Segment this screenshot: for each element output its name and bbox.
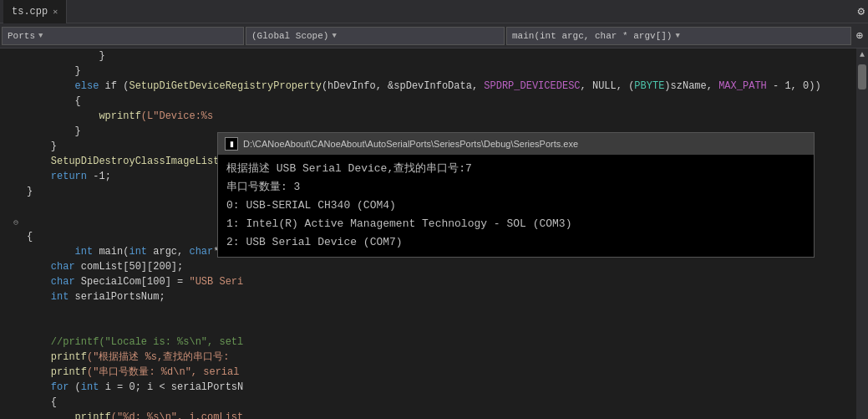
tab-bar: ts.cpp ✕ ⚙ bbox=[0, 0, 868, 23]
func-label: main(int argc, char * argv[]) bbox=[512, 31, 672, 41]
scope-arrow-icon: ▼ bbox=[38, 32, 43, 40]
breakpoint-indicator bbox=[0, 214, 12, 229]
global-arrow-icon: ▼ bbox=[332, 32, 336, 40]
console-line-3: 0: USB-SERIAL CH340 (COM4) bbox=[226, 197, 805, 215]
code-line: else if (SetupDiGetDeviceRegistryPropert… bbox=[27, 79, 868, 94]
line-numbers: ⊖ bbox=[0, 49, 25, 419]
console-content: 根据描述 USB Serial Device,查找的串口号:7 串口号数量: 3… bbox=[218, 155, 814, 257]
console-line-2: 串口号数量: 3 bbox=[226, 178, 805, 197]
code-line: } bbox=[27, 49, 868, 64]
console-line-1: 根据描述 USB Serial Device,查找的串口号:7 bbox=[226, 160, 805, 178]
close-icon[interactable]: ✕ bbox=[53, 7, 58, 17]
code-line: { bbox=[27, 395, 868, 410]
console-line-5: 2: USB Serial Device (COM7) bbox=[226, 233, 805, 252]
code-line bbox=[27, 319, 868, 335]
tab-label: ts.cpp bbox=[12, 6, 48, 18]
console-title: D:\CANoeAbout\CANoeAbout\AutoSerialPorts… bbox=[243, 139, 578, 149]
tab-ts-cpp[interactable]: ts.cpp ✕ bbox=[3, 0, 67, 23]
code-line: printf("%d: %s\n", i,comList bbox=[27, 410, 868, 419]
code-line: char comList[50][200]; bbox=[27, 259, 868, 274]
func-arrow-icon: ▼ bbox=[675, 32, 679, 40]
code-line: printf("根据描述 %s,查找的串口号: bbox=[27, 350, 868, 365]
console-line-4: 1: Intel(R) Active Management Technology… bbox=[226, 215, 805, 233]
scroll-thumb[interactable] bbox=[858, 64, 866, 89]
code-line: for (int i = 0; i < serialPortsN bbox=[27, 380, 868, 395]
console-titlebar: ▮ D:\CANoeAbout\CANoeAbout\AutoSerialPor… bbox=[218, 133, 814, 155]
code-line: } bbox=[27, 64, 868, 79]
gear-icon[interactable]: ⚙ bbox=[858, 4, 865, 18]
scrollbar[interactable]: ▲ bbox=[856, 49, 868, 419]
function-dropdown[interactable]: main(int argc, char * argv[]) ▼ bbox=[506, 27, 851, 45]
main-area: ⊖ } } else if (Set bbox=[0, 49, 868, 419]
console-app-icon: ▮ bbox=[225, 137, 238, 151]
scope-dropdown[interactable]: Ports ▼ bbox=[2, 27, 244, 45]
code-line: int serialPortsNum; bbox=[27, 289, 868, 304]
toolbar: Ports ▼ (Global Scope) ▼ main(int argc, … bbox=[0, 23, 868, 49]
code-line: printf("串口号数量: %d\n", serial bbox=[27, 365, 868, 380]
code-line: //printf("Locale is: %s\n", setl bbox=[27, 335, 868, 350]
scroll-up-arrow[interactable]: ▲ bbox=[860, 49, 865, 61]
top-bar-right: ⚙ bbox=[858, 4, 865, 18]
global-scope-dropdown[interactable]: (Global Scope) ▼ bbox=[246, 27, 505, 45]
pin-icon[interactable]: ⊕ bbox=[853, 28, 866, 43]
console-window[interactable]: ▮ D:\CANoeAbout\CANoeAbout\AutoSerialPor… bbox=[217, 132, 815, 258]
scope-label: Ports bbox=[8, 31, 35, 41]
global-label: (Global Scope) bbox=[251, 31, 328, 41]
code-line: char SpecialCom[100] = "USB Seri bbox=[27, 274, 868, 289]
code-line: wprintf(L"Device:%s bbox=[27, 109, 868, 124]
code-line: { bbox=[27, 94, 868, 109]
code-line bbox=[27, 304, 868, 319]
